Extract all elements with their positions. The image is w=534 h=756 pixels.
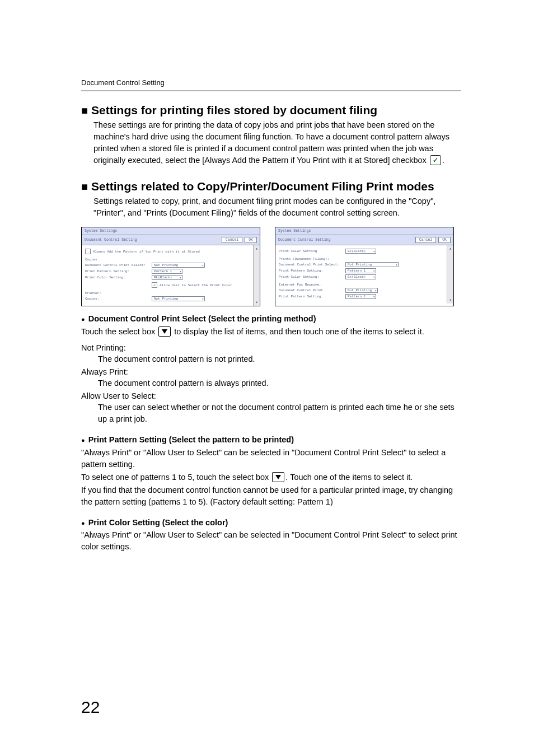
dropdown-icon [158, 326, 171, 337]
pps2-row: Print Pattern Setting: Pattern 1 [279, 294, 443, 299]
group-copies: Copies: [85, 258, 250, 262]
section-2-title: ■ Settings related to Copy/Printer/Docum… [81, 180, 461, 193]
pps-label: Print Pattern Setting: [279, 269, 343, 273]
ifax-label: Internet Fax Receive: [279, 283, 321, 287]
dcps-select[interactable]: Not Printing [345, 262, 399, 267]
mock-subtitle: Document Control Setting [85, 238, 137, 242]
allow-user-label: Allow User to Select the Print Color [160, 283, 232, 287]
dropdown-icon [272, 472, 284, 482]
sub1-intro-a: Touch the select box [81, 327, 155, 336]
screenshot-right: System Settings Document Control Setting… [275, 227, 454, 306]
copies-label: Copies: [85, 258, 99, 262]
pcs-select[interactable]: Bk(Black) [345, 249, 376, 254]
dcps-select[interactable]: Not Printing [152, 263, 205, 268]
group-printer: Printer: [85, 291, 250, 295]
dcps-label: Document Control Print Select: [279, 263, 343, 267]
section-1-body-after: . [442, 156, 444, 165]
group-prints: Prints (Document Filing): [279, 257, 443, 261]
scroll-down-icon[interactable]: ▾ [255, 300, 257, 305]
always-add-checkbox-row[interactable]: Always Add the Pattern if You Print with… [85, 249, 250, 254]
pps-select[interactable]: Pattern 1 [345, 268, 376, 273]
scroll-up-icon[interactable]: ▴ [449, 246, 451, 251]
bullet-icon: ● [81, 518, 85, 529]
always-add-label: Always Add the Pattern if You Print with… [93, 250, 200, 254]
svg-marker-1 [275, 475, 281, 479]
checkbox-checked-icon[interactable]: ✓ [152, 282, 157, 288]
dcps-row: Document Control Print Select: Not Print… [279, 262, 443, 267]
printer-copies-row: Copies: Not Printing [85, 296, 250, 301]
sub2-p3: If you find that the document control fu… [81, 484, 461, 508]
pcs-select[interactable]: Bk(Black) [152, 275, 182, 280]
printer-copies-select[interactable]: Not Printing [152, 296, 205, 301]
cancel-button[interactable]: Cancel [222, 237, 242, 243]
dcp-select[interactable]: Not Printing [345, 288, 378, 293]
sub1-heading-text: Document Control Print Select (Select th… [88, 314, 316, 325]
sub2-p2b: . Touch one of the items to select it. [285, 473, 413, 482]
pcs2-label: Print Color Setting: [279, 275, 343, 279]
sub2-heading: ● Print Pattern Setting (Select the patt… [81, 435, 461, 446]
section-2-body-text: Settings related to copy, print, and doc… [93, 197, 435, 217]
pcs2-row: Print Color Setting: Bk(Black) [279, 274, 443, 279]
body-allow-user: The user can select whether or not the d… [98, 402, 461, 425]
sub3-heading-text: Print Color Setting (Select the color) [88, 518, 228, 529]
page-number: 22 [81, 698, 100, 717]
section-2-title-text: Settings related to Copy/Printer/Documen… [91, 180, 434, 193]
sub3-heading: ● Print Color Setting (Select the color) [81, 518, 461, 529]
ok-button[interactable]: OK [438, 237, 451, 243]
pps-row: Print Pattern Setting: Pattern 1 [85, 269, 250, 274]
mock-subtitle-row: Document Control Setting Cancel OK [82, 235, 260, 245]
page-header: Document Control Setting [81, 78, 461, 91]
section-1-body: These settings are for printing the data… [93, 119, 461, 166]
checkbox-checked-icon: ✓ [430, 155, 441, 165]
mock-titlebar: System Settings [275, 227, 453, 235]
dcp-row: Document Control Print Not Printing [279, 288, 443, 293]
pps-select[interactable]: Pattern 1 [152, 269, 182, 274]
mock-subtitle-row: Document Control Setting Cancel OK [275, 235, 453, 245]
mock-titlebar: System Settings [82, 227, 260, 235]
dcps-label: Document Control Print Select: [85, 263, 149, 267]
pps2-label: Print Pattern Setting: [279, 295, 343, 298]
mock-subtitle: Document Control Setting [278, 238, 331, 242]
allow-user-row[interactable]: ✓ Allow User to Select the Print Color [152, 282, 250, 288]
sub2-p2: To select one of patterns 1 to 5, touch … [81, 472, 461, 483]
sub3-p1: "Always Print" or "Allow User to Select"… [81, 529, 461, 553]
prints-label: Prints (Document Filing): [279, 257, 329, 261]
checkbox-icon[interactable] [85, 249, 91, 254]
ok-button[interactable]: OK [245, 237, 257, 243]
square-bullet-icon: ■ [81, 105, 88, 116]
sub1-heading: ● Document Control Print Select (Select … [81, 314, 461, 325]
sub2-p2a: To select one of patterns 1 to 5, touch … [81, 473, 269, 482]
group-ifax: Internet Fax Receive: [279, 283, 443, 287]
pcs2-select[interactable]: Bk(Black) [345, 274, 376, 279]
header-title: Document Control Setting [81, 78, 165, 87]
section-1-body-text: These settings are for printing the data… [93, 120, 449, 165]
pcs-label: Print Color Setting [279, 249, 343, 253]
term-not-printing: Not Printing: [81, 343, 461, 352]
section-2-body: Settings related to copy, print, and doc… [93, 195, 461, 219]
pcs-row: Print Color Setting: Bk(Black) [85, 275, 250, 280]
sub1-intro-b: to display the list of items, and then t… [174, 327, 424, 336]
bullet-icon: ● [81, 435, 85, 446]
section-1-title-text: Settings for printing files stored by do… [91, 104, 377, 117]
svg-marker-0 [162, 329, 167, 334]
printer-label: Printer: [85, 291, 101, 295]
bullet-icon: ● [81, 314, 85, 325]
term-allow-user: Allow User to Select: [81, 391, 461, 400]
square-bullet-icon: ■ [81, 181, 88, 192]
section-1-title: ■ Settings for printing files stored by … [81, 104, 461, 117]
scroll-down-icon[interactable]: ▾ [449, 298, 451, 302]
dcp-label: Document Control Print [279, 288, 343, 292]
term-always-print: Always Print: [81, 367, 461, 376]
scrollbar[interactable]: ▴ ▾ [447, 245, 453, 304]
sub1-intro: Touch the select box to display the list… [81, 326, 461, 338]
pps-row: Print Pattern Setting: Pattern 1 [279, 268, 443, 273]
scroll-up-icon[interactable]: ▴ [255, 246, 257, 251]
screenshot-row: System Settings Document Control Setting… [81, 227, 461, 306]
pps2-select[interactable]: Pattern 1 [345, 294, 376, 299]
sub2-heading-text: Print Pattern Setting (Select the patter… [88, 435, 294, 446]
scrollbar[interactable]: ▴ ▾ [253, 245, 260, 306]
sub2-p1: "Always Print" or "Allow User to Select"… [81, 447, 461, 470]
cancel-button[interactable]: Cancel [415, 237, 436, 243]
dcps-row: Document Control Print Select: Not Print… [85, 263, 250, 268]
pps-label: Print Pattern Setting: [85, 269, 149, 273]
